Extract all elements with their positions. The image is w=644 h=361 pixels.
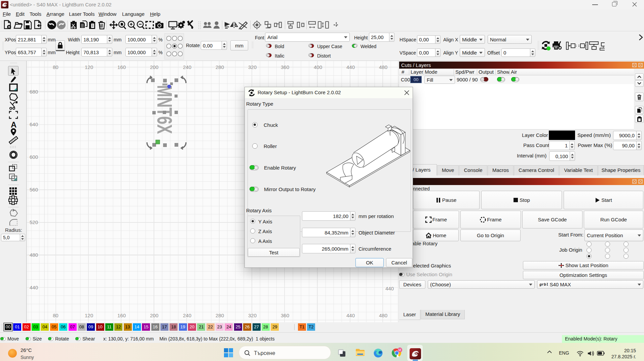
svg-text:A: A (11, 120, 16, 129)
svg-text:M: M (399, 348, 401, 352)
svg-text:MNT6X: MNT6X (153, 85, 176, 134)
